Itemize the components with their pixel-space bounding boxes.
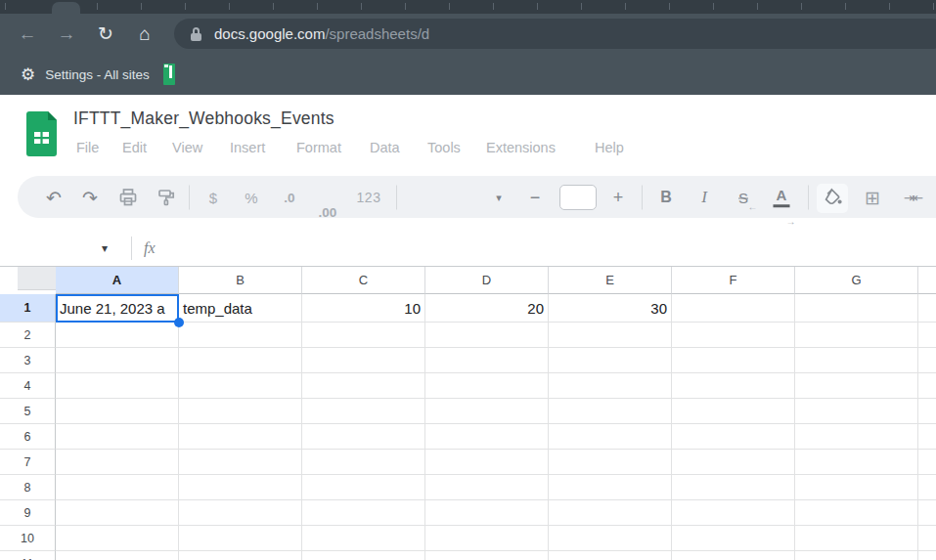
cell-G4[interactable] [795, 373, 918, 399]
cell-G8[interactable] [795, 475, 918, 500]
cell-G5[interactable] [795, 399, 918, 424]
row-header-2[interactable]: 2 [0, 323, 56, 348]
cell-H9[interactable] [918, 500, 936, 526]
cell-C10[interactable] [302, 526, 425, 551]
cell-A4[interactable] [56, 373, 179, 399]
font-dropdown-caret[interactable]: ▾ [496, 191, 502, 203]
cell-B5[interactable] [179, 399, 302, 424]
select-all-corner[interactable] [18, 267, 56, 290]
cell-B3[interactable] [179, 348, 302, 373]
cell-C11[interactable] [302, 551, 425, 560]
bookmark-settings-all-sites[interactable]: Settings - All sites [45, 67, 150, 82]
cell-E4[interactable] [549, 373, 672, 399]
menu-item-edit[interactable]: Edit [122, 140, 147, 155]
column-header-E[interactable]: E [549, 267, 672, 294]
cell-A6[interactable] [56, 424, 179, 450]
cell-D7[interactable] [425, 450, 549, 475]
row-header-3[interactable]: 3 [0, 348, 56, 373]
cell-A11[interactable] [56, 551, 179, 560]
increase-font-size-button[interactable]: + [613, 187, 624, 207]
column-header-B[interactable]: B [179, 267, 302, 294]
merge-cells-icon[interactable]: ⇥⇤ [904, 190, 921, 204]
cell-F1[interactable] [672, 294, 795, 323]
menu-item-data[interactable]: Data [370, 140, 400, 155]
row-header-9[interactable]: 9 [0, 500, 56, 526]
cell-F6[interactable] [672, 424, 795, 450]
browser-tab-strip[interactable] [0, 0, 936, 14]
cell-H5[interactable] [918, 399, 936, 424]
cell-F9[interactable] [672, 500, 795, 526]
cell-F11[interactable] [672, 551, 795, 560]
more-formats-button[interactable]: 123 [357, 190, 381, 205]
cell-E9[interactable] [549, 500, 672, 526]
cell-D2[interactable] [425, 323, 549, 348]
italic-button[interactable]: I [701, 188, 707, 207]
cell-D1[interactable]: 20 [425, 294, 549, 323]
bold-button[interactable]: B [660, 189, 672, 206]
menu-item-tools[interactable]: Tools [427, 140, 461, 155]
cell-D6[interactable] [425, 424, 549, 450]
menu-item-view[interactable]: View [172, 140, 202, 155]
cell-C8[interactable] [302, 475, 425, 500]
column-header-D[interactable]: D [425, 267, 549, 294]
cell-F3[interactable] [672, 348, 795, 373]
back-icon[interactable]: ← [8, 14, 47, 54]
cell-A3[interactable] [56, 348, 179, 373]
row-header-10[interactable]: 10 [0, 526, 56, 551]
cell-E5[interactable] [549, 399, 672, 424]
cell-H10[interactable] [918, 526, 936, 551]
cell-D9[interactable] [425, 500, 549, 526]
cell-F8[interactable] [672, 475, 795, 500]
cell-C7[interactable] [302, 450, 425, 475]
cell-F5[interactable] [672, 399, 795, 424]
column-header-partial[interactable] [918, 267, 936, 294]
lock-icon[interactable] [191, 27, 201, 41]
cell-F7[interactable] [672, 450, 795, 475]
column-header-G[interactable]: G [795, 267, 918, 294]
menu-item-help[interactable]: Help [595, 140, 624, 155]
cell-H11[interactable] [918, 551, 936, 560]
cell-E7[interactable] [549, 450, 672, 475]
cell-A5[interactable] [56, 399, 179, 424]
cell-C2[interactable] [302, 323, 425, 348]
cell-C4[interactable] [302, 373, 425, 399]
cell-B1[interactable]: temp_data [179, 294, 302, 323]
cell-B7[interactable] [179, 450, 302, 475]
font-size-input[interactable] [559, 185, 597, 210]
cell-C9[interactable] [302, 500, 425, 526]
cell-D5[interactable] [425, 399, 549, 424]
cell-C1[interactable]: 10 [302, 294, 425, 323]
name-box-caret[interactable]: ▾ [102, 241, 108, 255]
cell-B9[interactable] [179, 500, 302, 526]
cell-G7[interactable] [795, 450, 918, 475]
cell-D3[interactable] [425, 348, 549, 373]
forward-icon[interactable]: → [47, 14, 86, 54]
cell-B2[interactable] [179, 323, 302, 348]
fill-handle[interactable] [174, 318, 184, 327]
cell-H6[interactable] [918, 424, 936, 450]
column-header-A[interactable]: A [56, 267, 179, 294]
column-header-C[interactable]: C [302, 267, 425, 294]
home-icon[interactable]: ⌂ [125, 14, 164, 54]
column-header-F[interactable]: F [672, 267, 795, 294]
cell-C3[interactable] [302, 348, 425, 373]
cell-A9[interactable] [56, 500, 179, 526]
row-header-7[interactable]: 7 [0, 450, 56, 475]
cell-E6[interactable] [549, 424, 672, 450]
cell-C5[interactable] [302, 399, 425, 424]
cell-E11[interactable] [549, 551, 672, 560]
reload-icon[interactable]: ↻ [86, 14, 125, 54]
cell-D8[interactable] [425, 475, 549, 500]
menu-item-file[interactable]: File [76, 140, 99, 155]
google-sheets-logo[interactable] [26, 111, 57, 160]
cell-H4[interactable] [918, 373, 936, 399]
cell-G6[interactable] [795, 424, 918, 450]
cell-D11[interactable] [425, 551, 549, 560]
cell-B10[interactable] [179, 526, 302, 551]
page-url[interactable]: docs.google.com/spreadsheets/d [214, 25, 429, 42]
menu-item-extensions[interactable]: Extensions [486, 140, 556, 155]
row-header-6[interactable]: 6 [0, 424, 56, 450]
cell-B4[interactable] [179, 373, 302, 399]
cell-B8[interactable] [179, 475, 302, 500]
document-title[interactable]: IFTTT_Maker_Webhooks_Events [73, 108, 334, 129]
